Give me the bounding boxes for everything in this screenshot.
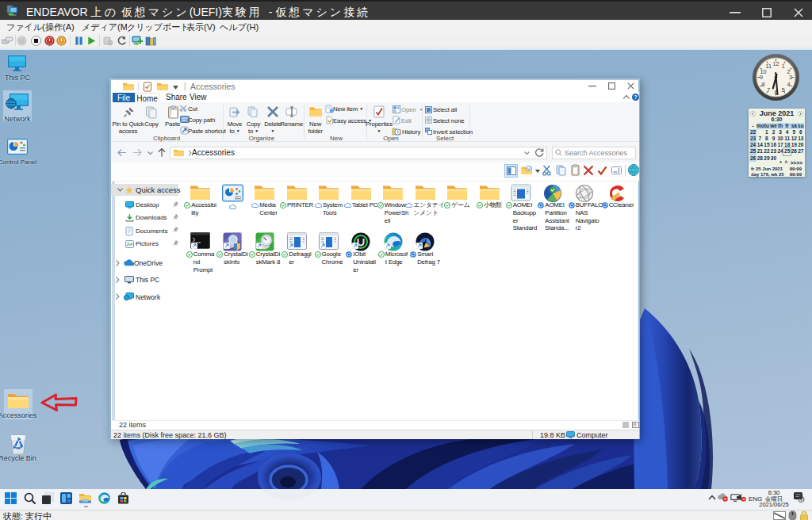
svg-text:7: 7: [767, 86, 770, 94]
svg-text:5: 5: [782, 86, 785, 94]
svg-text:8: 8: [761, 81, 764, 88]
svg-text:4: 4: [787, 81, 791, 88]
svg-text:1: 1: [782, 63, 785, 70]
svg-text:3: 3: [789, 74, 792, 81]
svg-text:11: 11: [765, 63, 771, 70]
svg-text:3: 3: [800, 497, 803, 502]
svg-text:12: 12: [773, 60, 779, 67]
